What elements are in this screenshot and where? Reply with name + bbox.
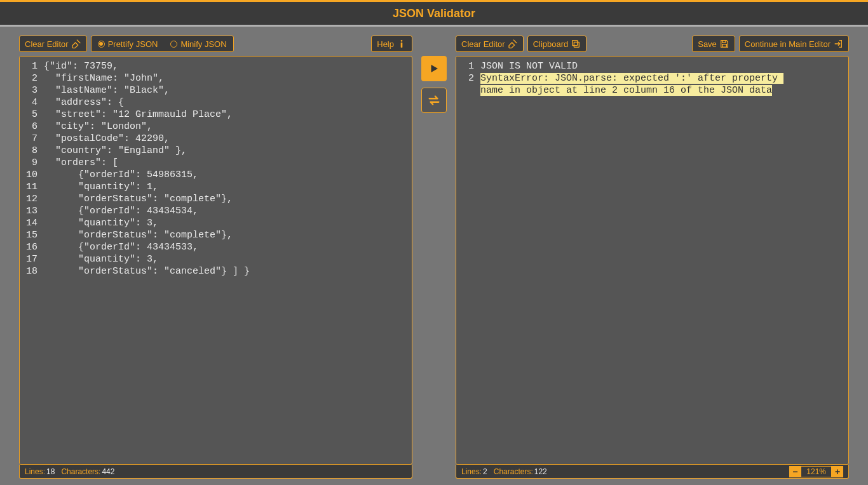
left-statusbar: Lines:18 Characters:442	[19, 465, 412, 479]
radio-empty-icon	[170, 41, 177, 48]
zoom-control: − 121% +	[789, 466, 843, 477]
swap-icon	[427, 93, 441, 107]
continue-label: Continue in Main Editor	[745, 39, 831, 49]
minify-label: Minify JSON	[180, 39, 226, 49]
exit-icon	[833, 39, 843, 49]
right-panel: Clear Editor Clipboard Save Continue in …	[456, 36, 849, 479]
radio-filled-icon	[98, 41, 105, 48]
clear-output-label: Clear Editor	[461, 39, 505, 49]
lines-label: Lines:	[461, 467, 482, 476]
info-icon	[397, 39, 407, 49]
prettify-label: Prettify JSON	[108, 39, 158, 49]
lines-label: Lines:	[25, 467, 45, 476]
svg-rect-2	[574, 42, 580, 47]
eraser-icon	[508, 39, 518, 49]
play-icon	[428, 63, 440, 74]
left-panel: Clear Editor Prettify JSON Minify JSON H…	[19, 36, 412, 479]
help-button[interactable]: Help	[371, 36, 412, 52]
minify-radio[interactable]: Minify JSON	[164, 37, 233, 51]
error-highlight: name in object at line 2 column 16 of th…	[480, 85, 772, 96]
output-editor[interactable]: 12 JSON IS NOT VALID SyntaxError: JSON.p…	[456, 56, 849, 465]
format-radio-group: Prettify JSON Minify JSON	[91, 36, 234, 52]
save-button[interactable]: Save	[692, 36, 735, 52]
clipboard-button[interactable]: Clipboard	[527, 36, 587, 52]
clear-output-button[interactable]: Clear Editor	[456, 36, 524, 52]
svg-point-0	[401, 40, 403, 42]
input-editor[interactable]: 123456789101112131415161718 {"id": 73759…	[19, 56, 412, 465]
chars-label: Characters:	[494, 467, 533, 476]
chars-value: 122	[534, 467, 547, 476]
right-toolbar: Clear Editor Clipboard Save Continue in …	[456, 36, 849, 52]
app-header: JSON Validator	[0, 0, 868, 27]
chars-value: 442	[102, 467, 114, 476]
save-icon	[719, 39, 729, 49]
clear-editor-button[interactable]: Clear Editor	[19, 36, 87, 52]
svg-rect-4	[722, 41, 726, 43]
zoom-value: 121%	[801, 466, 832, 477]
page-title: JSON Validator	[393, 7, 475, 20]
save-label: Save	[698, 39, 717, 49]
main-area: Clear Editor Prettify JSON Minify JSON H…	[0, 27, 868, 485]
left-toolbar: Clear Editor Prettify JSON Minify JSON H…	[19, 36, 412, 52]
line-gutter: 12	[456, 56, 478, 464]
continue-button[interactable]: Continue in Main Editor	[739, 36, 849, 52]
code-content: {"id": 73759, "firstName: "John", "lastN…	[41, 56, 412, 464]
run-button[interactable]	[421, 56, 447, 81]
chars-label: Characters:	[61, 467, 100, 476]
output-content: JSON IS NOT VALID SyntaxError: JSON.pars…	[478, 56, 848, 464]
svg-rect-5	[722, 44, 727, 48]
zoom-in-button[interactable]: +	[832, 466, 843, 477]
help-label: Help	[377, 39, 394, 49]
middle-actions	[421, 36, 447, 479]
output-line1: JSON IS NOT VALID	[480, 61, 578, 72]
prettify-radio[interactable]: Prettify JSON	[92, 37, 165, 51]
error-highlight: SyntaxError: JSON.parse: expected ':' af…	[480, 73, 783, 84]
lines-value: 18	[46, 467, 55, 476]
right-statusbar: Lines:2 Characters:122 − 121% +	[456, 465, 849, 479]
zoom-out-button[interactable]: −	[789, 466, 801, 477]
svg-rect-1	[401, 43, 403, 48]
clear-editor-label: Clear Editor	[25, 39, 69, 49]
lines-value: 2	[483, 467, 487, 476]
svg-rect-3	[573, 41, 578, 46]
clipboard-label: Clipboard	[533, 39, 569, 49]
line-gutter: 123456789101112131415161718	[20, 56, 41, 464]
eraser-icon	[71, 39, 81, 49]
swap-button[interactable]	[421, 88, 447, 113]
copy-icon	[571, 39, 581, 49]
